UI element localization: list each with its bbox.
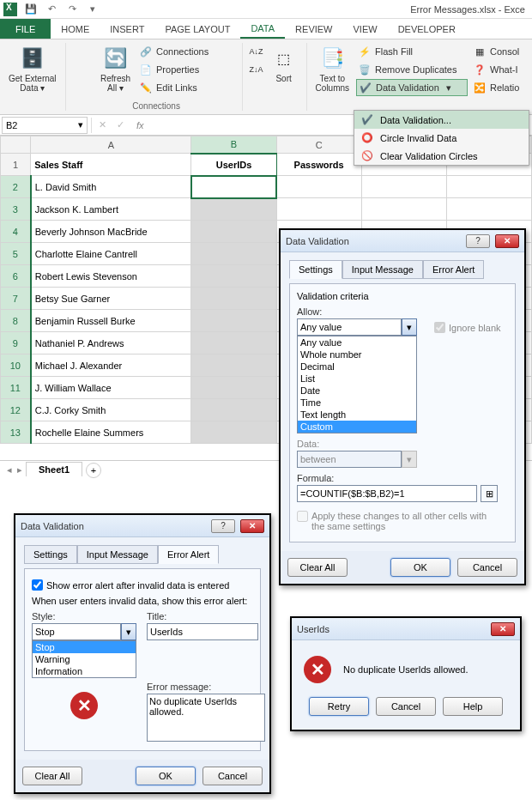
cell-D2[interactable]: [361, 176, 446, 198]
sort-asc-button[interactable]: A↓Z: [248, 43, 265, 60]
cell-B5[interactable]: [191, 243, 276, 265]
clear-all-button[interactable]: Clear All: [287, 558, 348, 577]
cell-A1[interactable]: Sales Staff: [31, 154, 191, 176]
error-title-input[interactable]: [147, 623, 258, 640]
cell-A2[interactable]: L. David Smith: [31, 176, 191, 198]
relationships-button[interactable]: 🔀Relatio: [471, 79, 521, 96]
cancel-button[interactable]: Cancel: [457, 558, 517, 577]
cell-B2[interactable]: [191, 176, 276, 198]
allow-option[interactable]: Text length: [298, 409, 416, 421]
next-sheet-icon[interactable]: ▸: [17, 464, 22, 476]
cell-C3[interactable]: [276, 198, 361, 221]
cell-D3[interactable]: [361, 198, 446, 221]
cell-A9[interactable]: Nathaniel P. Andrews: [31, 332, 191, 355]
close-button[interactable]: ✕: [491, 622, 515, 636]
row-header-3[interactable]: 3: [1, 198, 31, 221]
data-validation-button[interactable]: ✔️Data Validation▾: [356, 79, 468, 96]
close-button[interactable]: ✕: [495, 234, 519, 248]
menu-item-data-validation[interactable]: ✔️Data Validation...: [354, 111, 529, 129]
cell-A8[interactable]: Benjamin Russell Burke: [31, 310, 191, 332]
cell-E2[interactable]: [446, 176, 531, 198]
col-header-A[interactable]: A: [31, 136, 191, 154]
cancel-formula-icon[interactable]: ✕: [95, 119, 110, 130]
allow-option[interactable]: Decimal: [298, 361, 416, 373]
row-header-9[interactable]: 9: [1, 332, 31, 355]
ok-button[interactable]: OK: [136, 767, 196, 785]
get-external-data-button[interactable]: 🗄️ Get External Data ▾: [5, 43, 60, 101]
style-option[interactable]: Information: [33, 665, 136, 677]
consolidate-button[interactable]: ▦Consol: [471, 43, 521, 60]
sheet-tab-sheet1[interactable]: Sheet1: [26, 462, 82, 476]
cell-B11[interactable]: [191, 377, 276, 399]
tab-view[interactable]: VIEW: [343, 19, 388, 39]
enter-formula-icon[interactable]: ✓: [113, 119, 128, 130]
style-select[interactable]: [32, 623, 121, 640]
cell-A11[interactable]: J. William Wallace: [31, 377, 191, 399]
col-header-B[interactable]: B: [191, 136, 276, 154]
sort-desc-button[interactable]: Z↓A: [248, 61, 265, 78]
allow-option[interactable]: Time: [298, 397, 416, 409]
redo-icon[interactable]: ↷: [65, 3, 79, 16]
edit-links-button[interactable]: ✏️Edit Links: [137, 79, 210, 96]
text-to-columns-button[interactable]: 📑 Text to Columns: [312, 43, 353, 101]
allow-option[interactable]: Any value: [298, 336, 416, 348]
row-header-11[interactable]: 11: [1, 377, 31, 399]
cancel-button[interactable]: Cancel: [203, 767, 263, 785]
cell-E3[interactable]: [446, 198, 531, 221]
dlg-tab-inputmsg[interactable]: Input Message: [342, 260, 423, 279]
help-button[interactable]: Help: [443, 697, 503, 716]
row-header-1[interactable]: 1: [1, 154, 31, 176]
help-button[interactable]: ?: [211, 519, 235, 533]
cell-A3[interactable]: Jackson K. Lambert: [31, 198, 191, 221]
tab-review[interactable]: REVIEW: [285, 19, 342, 39]
qat-dropdown-icon[interactable]: ▾: [86, 3, 100, 16]
cell-B12[interactable]: [191, 399, 276, 421]
cell-A12[interactable]: C.J. Corky Smith: [31, 399, 191, 421]
cell-B7[interactable]: [191, 288, 276, 310]
sort-button[interactable]: ⬚ Sort: [267, 43, 301, 101]
menu-item-circle-invalid[interactable]: ⭕Circle Invalid Data: [354, 129, 529, 147]
tab-insert[interactable]: INSERT: [100, 19, 154, 39]
col-header-C[interactable]: C: [276, 136, 361, 154]
properties-button[interactable]: 📄Properties: [137, 61, 210, 78]
row-header-5[interactable]: 5: [1, 243, 31, 265]
formula-input[interactable]: [297, 485, 477, 502]
style-listbox[interactable]: StopWarningInformation: [32, 640, 136, 678]
clear-all-button[interactable]: Clear All: [22, 767, 82, 785]
dlg-tab-settings[interactable]: Settings: [24, 545, 77, 564]
dlg-tab-inputmsg[interactable]: Input Message: [77, 545, 158, 564]
allow-select[interactable]: [297, 318, 402, 336]
row-header-4[interactable]: 4: [1, 221, 31, 243]
allow-dropdown-button[interactable]: ▾: [402, 318, 417, 336]
row-header-7[interactable]: 7: [1, 288, 31, 310]
tab-pagelayout[interactable]: PAGE LAYOUT: [154, 19, 240, 39]
add-sheet-button[interactable]: +: [86, 463, 101, 478]
error-message-textarea[interactable]: [147, 694, 265, 742]
allow-option[interactable]: List: [298, 373, 416, 385]
tab-data[interactable]: DATA: [240, 19, 285, 39]
cell-C1[interactable]: Passwords: [276, 154, 361, 176]
prev-sheet-icon[interactable]: ◂: [7, 464, 12, 476]
tab-home[interactable]: HOME: [51, 19, 100, 39]
save-icon[interactable]: 💾: [24, 3, 38, 16]
whatif-button[interactable]: ❓What-I: [471, 61, 521, 78]
cell-A6[interactable]: Robert Lewis Stevenson: [31, 265, 191, 288]
row-header-13[interactable]: 13: [1, 421, 31, 444]
close-button[interactable]: ✕: [240, 519, 264, 533]
dlg-tab-erroralert[interactable]: Error Alert: [158, 545, 220, 564]
cell-B1[interactable]: UserIDs: [191, 154, 276, 176]
cell-A10[interactable]: Michael J. Alexander: [31, 355, 191, 377]
cell-A4[interactable]: Beverly Johnson MacBride: [31, 221, 191, 243]
dlg-tab-erroralert[interactable]: Error Alert: [423, 260, 485, 279]
cell-A5[interactable]: Charlotte Elaine Cantrell: [31, 243, 191, 265]
show-error-checkbox[interactable]: [32, 579, 43, 591]
allow-option[interactable]: Whole number: [298, 348, 416, 361]
row-header-6[interactable]: 6: [1, 265, 31, 288]
row-header-2[interactable]: 2: [1, 176, 31, 198]
row-header-10[interactable]: 10: [1, 355, 31, 377]
cell-B13[interactable]: [191, 421, 276, 444]
row-header-8[interactable]: 8: [1, 310, 31, 332]
dlg-tab-settings[interactable]: Settings: [289, 260, 342, 279]
menu-item-clear-circles[interactable]: 🚫Clear Validation Circles: [354, 147, 529, 165]
row-header-12[interactable]: 12: [1, 399, 31, 421]
